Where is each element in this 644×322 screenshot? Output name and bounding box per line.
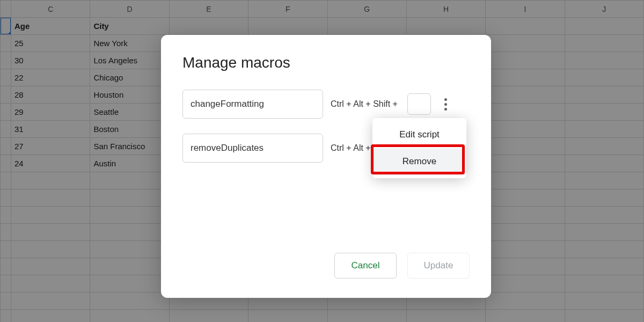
macro-name-input[interactable] xyxy=(182,90,323,119)
kebab-dot-icon xyxy=(444,98,447,101)
macro-row-1: Ctrl + Alt + Shift + xyxy=(182,90,470,119)
cancel-button[interactable]: Cancel xyxy=(334,253,397,279)
macro-name-input[interactable] xyxy=(182,134,323,163)
shortcut-key-input[interactable] xyxy=(407,93,431,115)
shortcut-label: Ctrl + Alt + Shift + xyxy=(331,99,398,109)
menu-item-remove[interactable]: Remove xyxy=(372,148,466,175)
update-button[interactable]: Update xyxy=(407,253,470,279)
kebab-dot-icon xyxy=(444,108,447,111)
menu-item-edit-script[interactable]: Edit script xyxy=(372,121,466,148)
dialog-title: Manage macros xyxy=(182,54,470,71)
macro-options-button[interactable] xyxy=(438,94,453,114)
dialog-actions: Cancel Update xyxy=(334,253,470,279)
macro-context-menu: Edit script Remove xyxy=(372,118,466,178)
kebab-dot-icon xyxy=(444,103,447,106)
